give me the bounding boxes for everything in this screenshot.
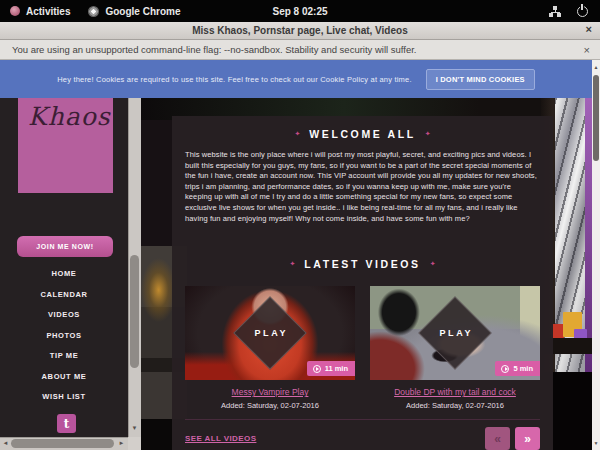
accept-cookies-button[interactable]: I DON'T MIND COOKIES	[426, 69, 535, 90]
sidebar-item-calendar[interactable]: CALENDAR	[0, 285, 128, 306]
diamond-icon: ✦	[294, 130, 300, 138]
network-icon[interactable]	[549, 6, 561, 17]
sidebar-item-videos[interactable]: VIDEOS	[0, 305, 128, 326]
video-title-link[interactable]: Messy Vampire Play	[185, 387, 355, 397]
sidebar-item-tip-me[interactable]: TIP ME	[0, 346, 128, 367]
duration-badge: 11 min	[307, 361, 355, 376]
play-circle-icon	[501, 365, 509, 373]
play-button[interactable]: PLAY	[418, 296, 492, 370]
network-icon-part	[551, 12, 552, 14]
infobar-close-button[interactable]: ×	[584, 44, 590, 56]
power-icon[interactable]	[577, 6, 588, 17]
duration-label: 5 min	[513, 364, 533, 373]
content-panel: ✦ WELCOME ALL ✦ This website is the only…	[172, 116, 553, 450]
sidebar-item-about-me[interactable]: ABOUT ME	[0, 367, 128, 388]
play-label: PLAY	[430, 308, 480, 358]
pagination-prev-button[interactable]: «	[485, 427, 510, 450]
videos-footer: SEE ALL VIDEOS « »	[185, 427, 540, 450]
window-close-button[interactable]: ×	[586, 23, 592, 35]
sidebar-horizontal-scrollbar-thumb[interactable]	[11, 439, 114, 448]
video-thumbnail[interactable]: PLAY 11 min	[185, 286, 355, 380]
sidebar-vertical-scrollbar-thumb[interactable]	[130, 255, 139, 368]
chrome-infobar: You are using an unsupported command-lin…	[0, 40, 600, 60]
latest-videos-heading: ✦ LATEST VIDEOS ✦	[172, 258, 553, 270]
sidebar-item-photos[interactable]: PHOTOS	[0, 326, 128, 347]
duration-badge: 5 min	[495, 361, 540, 376]
video-card: PLAY 5 min Double DP with my tail and co…	[370, 286, 540, 410]
logo-text-main: Khaos	[28, 102, 113, 131]
see-all-videos-link[interactable]: SEE ALL VIDEOS	[185, 434, 256, 443]
section-divider	[185, 419, 540, 420]
gnome-top-bar: Activities Google Chrome Sep 8 02:25	[0, 0, 600, 22]
activities-button[interactable]: Activities	[10, 6, 70, 17]
play-button[interactable]: PLAY	[233, 296, 307, 370]
chrome-icon	[88, 6, 99, 17]
sidebar-menu: HOME CALENDAR VIDEOS PHOTOS TIP ME ABOUT…	[0, 264, 128, 408]
infobar-message: You are using an unsupported command-lin…	[12, 44, 417, 55]
scroll-down-arrow-icon[interactable]: ▼	[592, 437, 600, 449]
welcome-title: WELCOME ALL	[309, 128, 415, 140]
window-titlebar[interactable]: Miss Khaos, Pornstar page, Live chat, Vi…	[0, 22, 600, 40]
welcome-heading: ✦ WELCOME ALL ✦	[172, 116, 553, 140]
site-logo[interactable]: Miss Khaos	[18, 98, 113, 193]
welcome-text: This website is the only place where i w…	[185, 150, 540, 224]
cookie-banner: Hey there! Cookies are required to use t…	[0, 60, 592, 98]
scroll-right-arrow-icon[interactable]: ►	[116, 437, 127, 450]
app-menu-label: Google Chrome	[105, 6, 180, 17]
diamond-icon: ✦	[289, 260, 295, 268]
activities-label: Activities	[26, 6, 70, 17]
pagination-next-button[interactable]: »	[515, 427, 540, 450]
main-frame: ✦ WELCOME ALL ✦ This website is the only…	[141, 98, 592, 450]
scroll-up-arrow-icon[interactable]: ▲	[592, 61, 600, 73]
page-vertical-scrollbar-thumb[interactable]	[593, 75, 599, 161]
window-title: Miss Khaos, Pornstar page, Live chat, Vi…	[192, 25, 407, 36]
video-card: PLAY 11 min Messy Vampire Play Added: Sa…	[185, 286, 355, 410]
scrollbar-corner	[128, 437, 141, 450]
diamond-icon: ✦	[430, 260, 436, 268]
sidebar-item-home[interactable]: HOME	[0, 264, 128, 285]
activities-icon	[10, 6, 20, 16]
video-list: PLAY 11 min Messy Vampire Play Added: Sa…	[172, 286, 553, 410]
sidebar-item-wish-list[interactable]: WISH LIST	[0, 387, 128, 408]
video-added-date: Added: Saturday, 02-07-2016	[185, 401, 355, 410]
app-menu-button[interactable]: Google Chrome	[88, 6, 180, 17]
scroll-down-arrow-icon[interactable]: ▼	[128, 419, 141, 437]
play-label: PLAY	[245, 308, 295, 358]
latest-videos-title: LATEST VIDEOS	[304, 258, 420, 270]
video-added-date: Added: Saturday, 02-07-2016	[370, 401, 540, 410]
diamond-icon: ✦	[425, 130, 431, 138]
desktop: Activities Google Chrome Sep 8 02:25 Mis…	[0, 0, 600, 450]
video-thumbnail[interactable]: PLAY 5 min	[370, 286, 540, 380]
twitter-icon: t	[64, 417, 70, 431]
pagination: « »	[485, 427, 540, 450]
play-circle-icon	[313, 365, 321, 373]
sidebar-frame: Miss Khaos JOIN ME NOW! HOME CALENDAR VI…	[0, 98, 128, 450]
cookie-message: Hey there! Cookies are required to use t…	[57, 75, 412, 84]
logo-text-top: Miss	[28, 98, 113, 100]
twitter-button[interactable]: t	[57, 414, 76, 433]
duration-label: 11 min	[325, 364, 348, 373]
scroll-left-arrow-icon[interactable]: ◄	[0, 437, 11, 450]
video-title-link[interactable]: Double DP with my tail and cock	[370, 387, 540, 397]
join-button[interactable]: JOIN ME NOW!	[17, 236, 113, 257]
network-icon-part	[551, 12, 560, 13]
